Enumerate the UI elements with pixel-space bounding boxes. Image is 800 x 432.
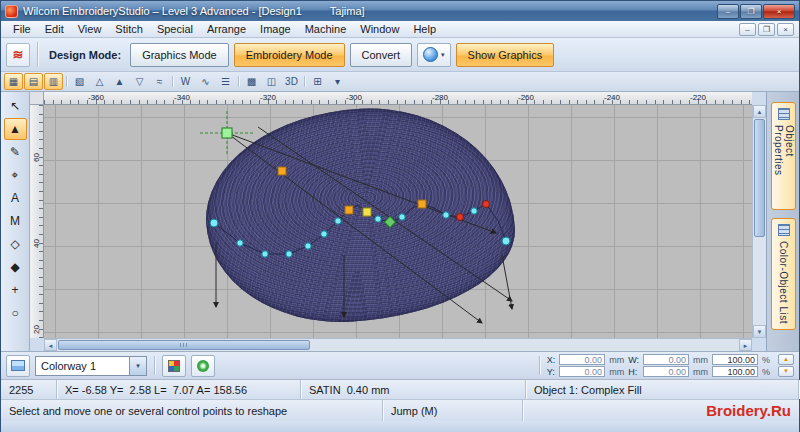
design-canvas[interactable] xyxy=(44,105,752,338)
tab-object-properties[interactable]: Object Properties xyxy=(771,102,796,210)
menu-view[interactable]: View xyxy=(71,22,109,36)
tool-open-shape[interactable]: ◇ xyxy=(4,233,27,255)
scale-y-input[interactable] xyxy=(712,366,758,377)
tool-lettering[interactable]: A xyxy=(4,187,27,209)
chevron-down-icon[interactable]: ▾ xyxy=(328,73,347,90)
current-tool-mode: Jump (M) xyxy=(383,400,523,421)
x-unit: mm xyxy=(609,355,624,365)
split-view-icon[interactable]: ◫ xyxy=(262,73,281,90)
spin-down-icon[interactable]: ▼ xyxy=(778,366,794,377)
window-frame xyxy=(1,421,799,432)
3d-view-icon[interactable]: 3D xyxy=(282,73,301,90)
x-label: X: xyxy=(547,355,556,365)
spin-up-icon[interactable]: ▲ xyxy=(778,354,794,365)
colorway-editor-button[interactable] xyxy=(191,355,215,377)
w-input[interactable] xyxy=(643,354,689,365)
toolbox: ↖ ▲ ✎ ⌖ A M ◇ ◆ + ○ xyxy=(1,92,30,351)
menu-image[interactable]: Image xyxy=(253,22,298,36)
tool-reshape[interactable]: ▲ xyxy=(4,118,27,140)
ruler-label: -360 xyxy=(88,93,104,102)
picture-icon xyxy=(11,360,25,371)
machine-format-dropdown[interactable]: ▾ xyxy=(417,43,451,67)
w-label: W: xyxy=(628,355,639,365)
selected-object-info: Object 1: Complex Fill xyxy=(526,380,799,399)
texture-icon[interactable]: ▩ xyxy=(242,73,261,90)
scale-x-input[interactable] xyxy=(712,354,758,365)
menu-special[interactable]: Special xyxy=(150,22,200,36)
w-unit: mm xyxy=(693,355,708,365)
menu-stitch[interactable]: Stitch xyxy=(108,22,150,36)
close-button[interactable]: × xyxy=(763,4,795,19)
graphics-mode-button[interactable]: Graphics Mode xyxy=(130,43,229,67)
grid-icon[interactable]: ▦ xyxy=(4,73,23,90)
overlay-icon[interactable]: ⊞ xyxy=(308,73,327,90)
colorway-dropdown[interactable]: Colorway 1 ▾ xyxy=(35,356,147,376)
show-graphics-button[interactable]: Show Graphics xyxy=(456,43,555,67)
stitch-design-icon[interactable]: ≋ xyxy=(6,43,30,67)
scroll-down-icon[interactable]: ▼ xyxy=(753,325,766,338)
chevron-down-icon[interactable]: ▾ xyxy=(129,357,146,375)
background-picture-button[interactable] xyxy=(6,355,30,377)
scroll-right-icon[interactable]: ► xyxy=(739,339,752,351)
view-toolbar: ▦ ▤ ▥ ▧ △ ▲ ▽ ≈ W ∿ ☰ ▩ ◫ 3D ⊞ ▾ xyxy=(1,72,799,92)
embroidery-mode-button[interactable]: Embroidery Mode xyxy=(234,43,345,67)
scroll-left-icon[interactable]: ◄ xyxy=(44,339,57,351)
hoop-icon[interactable]: ▤ xyxy=(24,73,43,90)
menu-help[interactable]: Help xyxy=(406,22,443,36)
ruler-label: 40 xyxy=(32,235,41,253)
scroll-up-icon[interactable]: ▲ xyxy=(753,105,766,118)
menu-edit[interactable]: Edit xyxy=(38,22,71,36)
mdi-restore-button[interactable]: ❐ xyxy=(758,23,775,36)
stitch-flow-icon[interactable]: ∿ xyxy=(196,73,215,90)
tool-monogram[interactable]: M xyxy=(4,210,27,232)
rulers-icon[interactable]: ▥ xyxy=(44,73,63,90)
menu-window[interactable]: Window xyxy=(353,22,406,36)
menu-arrange[interactable]: Arrange xyxy=(200,22,253,36)
filled-view-icon[interactable]: ▲ xyxy=(110,73,129,90)
colorway-selected: Colorway 1 xyxy=(36,360,129,372)
tool-select[interactable]: ↖ xyxy=(4,95,27,117)
y-input[interactable] xyxy=(559,366,605,377)
horizontal-scroll-thumb[interactable] xyxy=(58,340,310,350)
horizontal-scrollbar[interactable]: ◄ ► xyxy=(44,338,752,351)
tool-closed-shape[interactable]: ◆ xyxy=(4,256,27,278)
window-title: Wilcom EmbroideryStudio – Level 3 Advanc… xyxy=(23,5,302,17)
tool-add-node[interactable]: + xyxy=(4,279,27,301)
stitch-angle-icon[interactable]: ▽ xyxy=(130,73,149,90)
h-label: H: xyxy=(628,367,639,377)
mdi-close-button[interactable]: × xyxy=(777,23,794,36)
menu-file[interactable]: File xyxy=(6,22,38,36)
ruler-corner xyxy=(30,92,44,105)
convert-button[interactable]: Convert xyxy=(350,43,413,67)
list-icon[interactable]: ☰ xyxy=(216,73,235,90)
h-input[interactable] xyxy=(643,366,689,377)
menu-machine[interactable]: Machine xyxy=(298,22,354,36)
titlebar[interactable]: Wilcom EmbroideryStudio – Level 3 Advanc… xyxy=(1,1,799,21)
transform-panel: X: mm W: mm % Y: mm H: mm % xyxy=(547,354,773,377)
lettering-icon[interactable]: W xyxy=(176,73,195,90)
maximize-button[interactable]: ❐ xyxy=(740,4,762,19)
percent-label: % xyxy=(762,355,770,365)
thread-colors-button[interactable] xyxy=(162,355,186,377)
ruler-label: -240 xyxy=(604,93,620,102)
vertical-scrollbar[interactable]: ▲ ▼ xyxy=(752,105,766,338)
x-input[interactable] xyxy=(559,354,605,365)
design-mode-label: Design Mode: xyxy=(45,49,125,61)
mesh-icon[interactable]: ▧ xyxy=(70,73,89,90)
tab-color-object-list[interactable]: Color-Object List xyxy=(771,218,796,330)
mdi-minimize-button[interactable]: – xyxy=(739,23,756,36)
mdi-window-controls: – ❐ × xyxy=(739,23,799,36)
tool-zoom[interactable]: ⌖ xyxy=(4,164,27,186)
wave-icon[interactable]: ≈ xyxy=(150,73,169,90)
outline-view-icon[interactable]: △ xyxy=(90,73,109,90)
globe-icon xyxy=(423,47,438,62)
tool-circle[interactable]: ○ xyxy=(4,302,27,324)
app-window: Wilcom EmbroideryStudio – Level 3 Advanc… xyxy=(0,0,800,432)
vertical-scroll-thumb[interactable] xyxy=(754,119,765,237)
separator xyxy=(304,76,305,87)
separator xyxy=(172,76,173,87)
separator xyxy=(238,76,239,87)
tool-freehand[interactable]: ✎ xyxy=(4,141,27,163)
minimize-button[interactable]: – xyxy=(717,4,739,19)
pointer-position: X= -6.58 Y= 2.58 L= 7.07 A= 158.56 xyxy=(57,380,301,399)
